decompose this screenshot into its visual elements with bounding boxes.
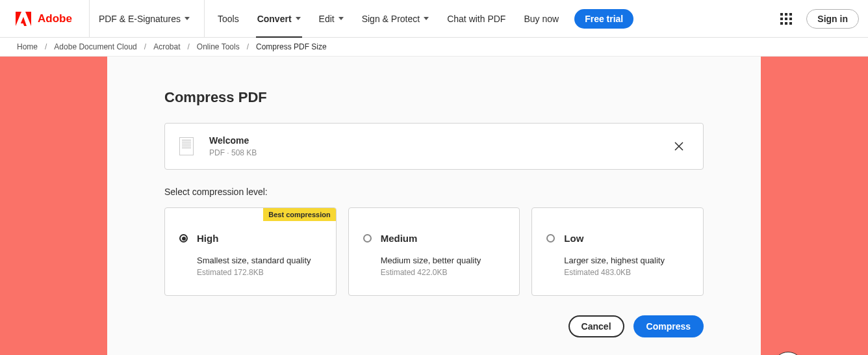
sign-in-button[interactable]: Sign in	[806, 9, 859, 29]
level-high-desc: Smallest size, standard quality	[197, 256, 322, 265]
svg-rect-5	[789, 18, 792, 20]
actions: Cancel Compress	[164, 315, 704, 337]
level-medium-est: Estimated 422.0KB	[381, 268, 505, 277]
remove-file-button[interactable]	[669, 137, 689, 156]
adobe-logo-icon	[16, 12, 31, 26]
free-trial-button[interactable]: Free trial	[574, 9, 633, 29]
document-icon	[179, 137, 194, 155]
level-medium-name: Medium	[381, 233, 418, 244]
best-compression-tag: Best compression	[263, 208, 335, 221]
close-icon	[674, 142, 683, 151]
nav-pdf-esignatures[interactable]: PDF & E-Signatures	[90, 0, 205, 37]
nav-tools[interactable]: Tools	[209, 0, 248, 37]
brand-name: Adobe	[38, 12, 72, 25]
apps-grid-icon[interactable]	[775, 8, 797, 30]
stage: Compress PDF Welcome PDF · 508 KB Select…	[0, 57, 868, 355]
svg-rect-8	[789, 22, 792, 25]
chevron-down-icon	[424, 17, 429, 20]
crumb-acrobat[interactable]: Acrobat	[153, 42, 180, 51]
svg-rect-6	[780, 22, 783, 25]
nav-convert-label: Convert	[257, 14, 292, 24]
svg-rect-1	[785, 13, 787, 16]
adobe-logo[interactable]: Adobe	[16, 0, 90, 37]
level-high-est: Estimated 172.8KB	[197, 268, 322, 277]
level-medium[interactable]: Medium Medium size, better quality Estim…	[348, 207, 520, 296]
nav-chat-with-pdf[interactable]: Chat with PDF	[438, 0, 515, 37]
nav-edit-label: Edit	[319, 14, 335, 24]
compress-button[interactable]: Compress	[633, 315, 704, 337]
crumb-home[interactable]: Home	[17, 42, 38, 51]
crumb-online-tools[interactable]: Online Tools	[197, 42, 240, 51]
compression-prompt: Select compression level:	[164, 187, 704, 197]
page-title: Compress PDF	[164, 89, 704, 106]
nav-sign-protect[interactable]: Sign & Protect	[353, 0, 439, 37]
level-low-name: Low	[564, 233, 583, 244]
main-panel: Compress PDF Welcome PDF · 508 KB Select…	[107, 57, 761, 355]
nav-buy-now[interactable]: Buy now	[515, 0, 568, 37]
radio-high[interactable]	[179, 234, 188, 243]
level-low-desc: Larger size, highest quality	[564, 256, 689, 265]
svg-rect-3	[780, 18, 783, 20]
level-high[interactable]: Best compression High Smallest size, sta…	[164, 207, 337, 296]
cancel-button[interactable]: Cancel	[568, 315, 624, 337]
level-low-est: Estimated 483.0KB	[564, 268, 689, 277]
chevron-down-icon	[338, 17, 344, 20]
svg-rect-2	[789, 13, 792, 16]
file-meta: PDF · 508 KB	[209, 148, 654, 157]
chevron-down-icon	[185, 17, 190, 20]
level-medium-desc: Medium size, better quality	[381, 256, 505, 265]
help-fab[interactable]	[772, 352, 804, 355]
nav-edit[interactable]: Edit	[310, 0, 353, 37]
crumb-doc-cloud[interactable]: Adobe Document Cloud	[54, 42, 136, 51]
svg-rect-4	[785, 18, 787, 20]
level-low[interactable]: Low Larger size, highest quality Estimat…	[531, 207, 704, 296]
nav-pdf-esignatures-label: PDF & E-Signatures	[99, 14, 181, 24]
top-nav: Adobe PDF & E-Signatures Tools Convert E…	[0, 0, 868, 38]
radio-low[interactable]	[546, 234, 555, 243]
file-name: Welcome	[209, 135, 654, 146]
compression-levels: Best compression High Smallest size, sta…	[164, 207, 704, 296]
crumb-current: Compress PDF Size	[256, 42, 327, 51]
breadcrumb: Home/ Adobe Document Cloud/ Acrobat/ Onl…	[0, 38, 868, 57]
file-card: Welcome PDF · 508 KB	[164, 123, 704, 170]
chevron-down-icon	[296, 17, 301, 20]
nav-sign-protect-label: Sign & Protect	[362, 14, 420, 24]
svg-rect-0	[780, 13, 783, 16]
svg-rect-7	[785, 22, 787, 25]
level-high-name: High	[197, 233, 218, 244]
nav-convert[interactable]: Convert	[248, 0, 310, 37]
radio-medium[interactable]	[363, 234, 372, 243]
